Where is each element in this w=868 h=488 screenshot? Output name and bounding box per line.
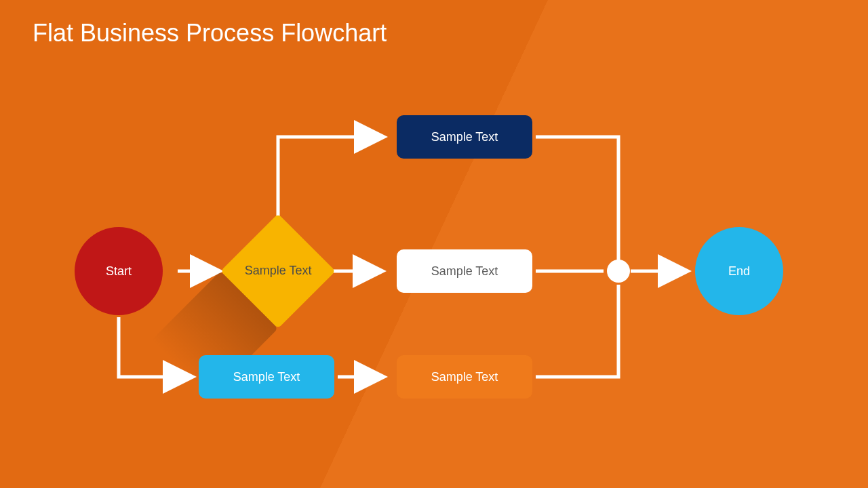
process-box-middle: Sample Text: [397, 249, 532, 293]
process-box-blue-label: Sample Text: [233, 370, 300, 384]
decision-label: Sample Text: [244, 264, 312, 279]
process-box-top: Sample Text: [397, 115, 532, 159]
process-box-orange: Sample Text: [397, 355, 532, 399]
end-node: End: [695, 227, 783, 315]
merge-node: [607, 260, 630, 283]
process-box-middle-label: Sample Text: [431, 264, 498, 279]
flowchart-stage: Start Sample Text Sample Text Sample Tex…: [0, 0, 868, 488]
end-label: End: [728, 264, 750, 279]
start-label: Start: [106, 264, 132, 279]
process-box-top-label: Sample Text: [431, 130, 498, 144]
process-box-orange-label: Sample Text: [431, 370, 498, 384]
process-box-blue: Sample Text: [199, 355, 334, 399]
start-node: Start: [75, 227, 163, 315]
